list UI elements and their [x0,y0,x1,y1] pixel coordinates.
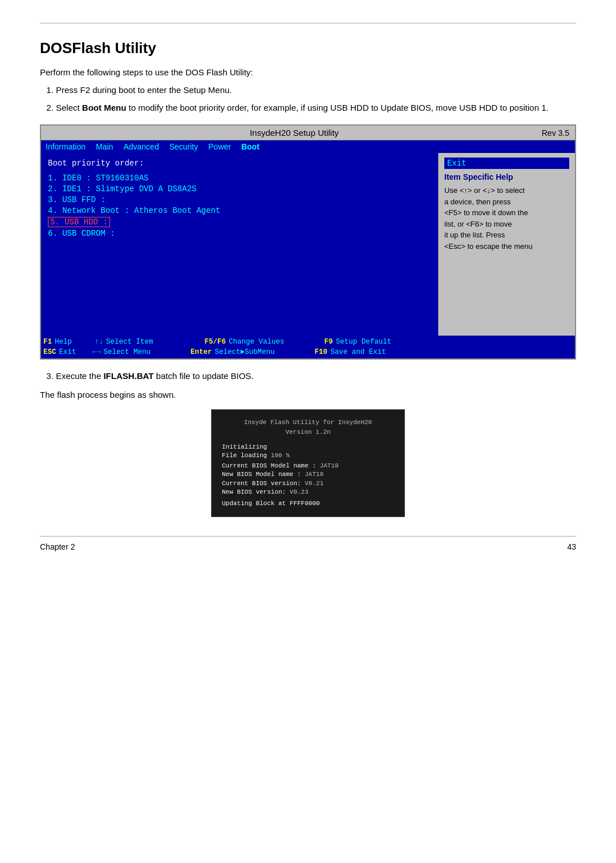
bios-boot-item-2: 2. IDE1 : Slimtype DVD A DS8A2S [48,184,431,193]
bios-nav-power[interactable]: Power [208,142,231,151]
bios-boot-item-6: 6. USB CDROM : [48,229,431,238]
bios-main-panel: Boot priority order: 1. IDE0 : ST9160310… [41,153,438,336]
label-save-exit: Save and Exit [330,348,386,356]
bios-rev: Rev 3.5 [542,128,569,138]
bios-boot-item-4: 4. Network Boot : Atheros Boot Agent [48,206,431,215]
help-line-5: it up the list. Press [444,229,569,241]
footer-page-number: 43 [567,542,576,551]
bios-select-menu: ←→ Select Menu [92,348,151,356]
bios-boot-item-5: 5. USB HDD : [48,217,110,227]
flash-line-current-ver: Current BIOS version: V0.21 [222,480,394,487]
bios-help-exit: Exit [444,158,569,169]
top-divider [40,23,576,23]
bios-content-area: Boot priority order: 1. IDE0 : ST9160310… [41,153,575,336]
key-f10: F10 [315,348,328,356]
flash-line-initializing: Initializing [222,443,394,450]
bios-save-exit: F10 Save and Exit [315,348,386,356]
bios-bottombar: F1 Help ↑↓ Select Item F5/F6 Change Valu… [41,336,575,358]
label-help: Help [55,338,72,346]
intro-text: Perform the following steps to use the D… [40,67,576,77]
label-select-submenu: Select►SubMenu [215,348,275,356]
key-f1: F1 [43,338,52,346]
bios-f1-help: F1 Help [43,338,72,346]
flash-screenshot-container: Insyde Flash Utility for InsydeH20 Versi… [40,409,576,517]
bios-screenshot: InsydeH20 Setup Utility Rev 3.5 Informat… [40,124,576,360]
bios-nav-security[interactable]: Security [169,142,198,151]
key-arrows: ↑↓ [95,338,103,346]
label-setup-default: Setup Default [336,338,392,346]
bios-change-values: F5/F6 Change Values [205,338,285,346]
step3-bold: IFLASH.BAT [103,371,153,381]
help-line-6: <Esc> to escape the menu [444,241,569,252]
key-esc: ESC [43,348,56,356]
key-f9: F9 [325,338,333,346]
bios-help-text: Use <↑> or <↓> to select a device, then … [444,185,569,252]
bios-title: InsydeH20 Setup Utility [47,128,542,138]
help-line-3: <F5> to move it down the [444,207,569,219]
bios-navbar: Information Main Advanced Security Power… [41,140,575,153]
bios-enter-submenu: Enter Select►SubMenu [191,348,275,356]
step-2: Select Boot Menu to modify the boot prio… [56,102,576,115]
step3-prefix: Execute the [56,371,103,381]
bios-boot-item-1: 1. IDE0 : ST9160310AS [48,174,431,183]
flash-line-new-ver: New BIOS version: V0.23 [222,489,394,495]
bios-esc-exit: ESC Exit [43,348,76,356]
footer-chapter: Chapter 2 [40,542,75,551]
step3-suffix: batch file to update BIOS. [153,371,253,381]
step2-suffix: to modify the boot priority order, for e… [126,103,548,112]
help-line-4: list, or <F6> to move [444,219,569,230]
page-title: DOSFlash Utility [40,39,576,57]
bios-help-title: Item Specific Help [444,172,569,182]
bios-bottom-row2: ESC Exit ←→ Select Menu Enter Select►Sub… [41,347,575,357]
label-exit: Exit [59,348,76,356]
page-footer: Chapter 2 43 [40,536,576,551]
bios-setup-default: F9 Setup Default [325,338,392,346]
bios-select-item: ↑↓ Select Item [95,338,153,346]
flash-title-line1: Insyde Flash Utility for InsydeH20 [222,418,394,428]
flash-title-line2: Version 1.2n [222,428,394,437]
help-line-2: a device, then press [444,196,569,208]
bios-nav-information[interactable]: Information [46,142,86,151]
step-3: Execute the IFLASH.BAT batch file to upd… [56,370,576,383]
flash-line-current-model: Current BIOS Model name : JAT18 [222,462,394,469]
label-select-menu: Select Menu [104,348,151,356]
steps-list: Press F2 during boot to enter the Setup … [56,84,576,114]
flash-line-new-model: New BIOS Model name : JAT18 [222,471,394,478]
bios-help-panel: Exit Item Specific Help Use <↑> or <↓> t… [438,153,575,336]
bios-nav-main[interactable]: Main [96,142,113,151]
step1-text: Press F2 during boot to enter the Setup … [56,85,232,95]
bios-nav-boot[interactable]: Boot [241,142,260,151]
flash-title: Insyde Flash Utility for InsydeH20 Versi… [222,418,394,437]
bios-bottom-row1: F1 Help ↑↓ Select Item F5/F6 Change Valu… [41,337,575,347]
bios-boot-item-3: 3. USB FFD : [48,195,431,204]
key-f5f6: F5/F6 [205,338,226,346]
key-lr-arrows: ←→ [92,348,101,356]
flash-line-updating: Updating Block at FFFF0000 [222,500,394,507]
key-enter: Enter [191,348,212,356]
bios-nav-advanced[interactable]: Advanced [123,142,159,151]
flash-note: The flash process begins as shown. [40,389,576,402]
help-line-1: Use <↑> or <↓> to select [444,185,569,196]
step-1: Press F2 during boot to enter the Setup … [56,84,576,97]
flash-line-loading: File loading 100 % [222,452,394,459]
step3-list: Execute the IFLASH.BAT batch file to upd… [56,370,576,383]
bios-section-label: Boot priority order: [48,159,431,168]
label-select-item: Select Item [106,338,153,346]
step2-bold: Boot Menu [82,103,126,112]
label-change-values: Change Values [229,338,285,346]
flash-box: Insyde Flash Utility for InsydeH20 Versi… [211,409,405,517]
bios-titlebar: InsydeH20 Setup Utility Rev 3.5 [41,126,575,140]
step2-prefix: Select [56,103,82,112]
